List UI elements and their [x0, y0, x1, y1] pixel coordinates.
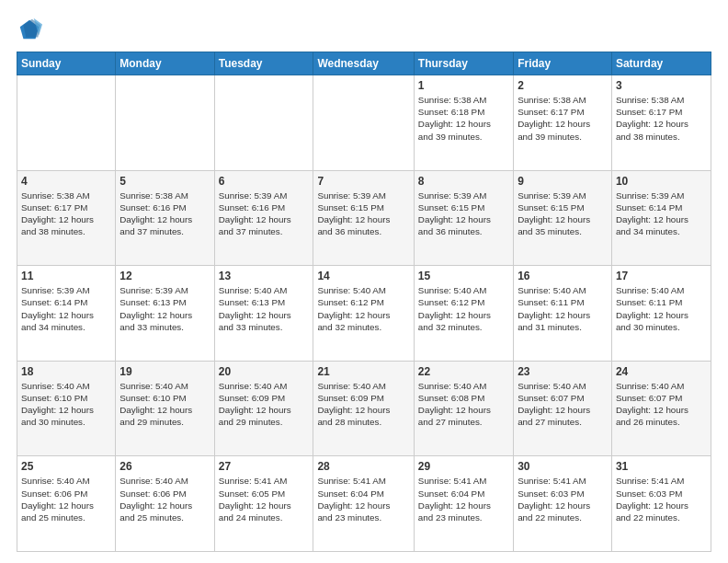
page: SundayMondayTuesdayWednesdayThursdayFrid… [0, 0, 728, 563]
logo-icon [17, 17, 42, 42]
weekday-header: Thursday [414, 52, 513, 75]
calendar-cell: 19Sunrise: 5:40 AM Sunset: 6:10 PM Dayli… [116, 361, 214, 456]
day-info: Sunrise: 5:40 AM Sunset: 6:12 PM Dayligh… [317, 284, 409, 333]
calendar-cell: 4Sunrise: 5:38 AM Sunset: 6:17 PM Daylig… [17, 170, 116, 266]
day-info: Sunrise: 5:39 AM Sunset: 6:15 PM Dayligh… [418, 190, 509, 238]
calendar-cell: 6Sunrise: 5:39 AM Sunset: 6:16 PM Daylig… [214, 170, 313, 266]
day-number: 2 [518, 79, 608, 92]
calendar-cell: 10Sunrise: 5:39 AM Sunset: 6:14 PM Dayli… [611, 170, 711, 266]
calendar-cell [313, 75, 414, 171]
day-number: 22 [418, 365, 509, 378]
day-number: 30 [518, 460, 608, 473]
calendar-cell: 2Sunrise: 5:38 AM Sunset: 6:17 PM Daylig… [514, 75, 612, 171]
weekday-header: Tuesday [214, 52, 313, 75]
calendar-cell: 23Sunrise: 5:40 AM Sunset: 6:07 PM Dayli… [514, 361, 612, 456]
day-info: Sunrise: 5:40 AM Sunset: 6:11 PM Dayligh… [518, 284, 608, 333]
day-number: 29 [418, 460, 509, 473]
day-number: 5 [119, 175, 210, 188]
weekday-header: Monday [116, 52, 214, 75]
day-info: Sunrise: 5:39 AM Sunset: 6:15 PM Dayligh… [518, 190, 608, 238]
weekday-header: Saturday [611, 52, 711, 75]
day-number: 27 [219, 460, 310, 473]
calendar-cell: 22Sunrise: 5:40 AM Sunset: 6:08 PM Dayli… [414, 361, 513, 456]
day-number: 16 [518, 270, 608, 282]
day-info: Sunrise: 5:41 AM Sunset: 6:05 PM Dayligh… [219, 475, 310, 523]
day-info: Sunrise: 5:40 AM Sunset: 6:08 PM Dayligh… [418, 380, 509, 429]
day-number: 18 [21, 365, 111, 378]
calendar-cell: 13Sunrise: 5:40 AM Sunset: 6:13 PM Dayli… [214, 266, 313, 362]
calendar-cell: 25Sunrise: 5:40 AM Sunset: 6:06 PM Dayli… [17, 456, 116, 552]
day-info: Sunrise: 5:39 AM Sunset: 6:14 PM Dayligh… [21, 284, 111, 333]
calendar-cell: 29Sunrise: 5:41 AM Sunset: 6:04 PM Dayli… [414, 456, 513, 552]
day-info: Sunrise: 5:39 AM Sunset: 6:13 PM Dayligh… [119, 284, 210, 333]
calendar-cell: 24Sunrise: 5:40 AM Sunset: 6:07 PM Dayli… [611, 361, 711, 456]
calendar-cell: 3Sunrise: 5:38 AM Sunset: 6:17 PM Daylig… [611, 75, 711, 171]
calendar-week-row: 4Sunrise: 5:38 AM Sunset: 6:17 PM Daylig… [17, 170, 711, 266]
day-info: Sunrise: 5:40 AM Sunset: 6:07 PM Dayligh… [616, 380, 707, 429]
calendar-cell: 12Sunrise: 5:39 AM Sunset: 6:13 PM Dayli… [116, 266, 214, 362]
calendar-week-row: 1Sunrise: 5:38 AM Sunset: 6:18 PM Daylig… [17, 75, 711, 171]
calendar-cell [214, 75, 313, 171]
day-info: Sunrise: 5:39 AM Sunset: 6:15 PM Dayligh… [317, 190, 409, 238]
day-number: 15 [418, 270, 509, 282]
day-number: 4 [21, 175, 111, 188]
logo [17, 17, 46, 42]
day-info: Sunrise: 5:41 AM Sunset: 6:03 PM Dayligh… [616, 475, 707, 523]
calendar-cell [17, 75, 116, 171]
day-number: 20 [219, 365, 310, 378]
calendar-cell: 20Sunrise: 5:40 AM Sunset: 6:09 PM Dayli… [214, 361, 313, 456]
day-info: Sunrise: 5:38 AM Sunset: 6:17 PM Dayligh… [21, 190, 111, 238]
calendar-cell: 27Sunrise: 5:41 AM Sunset: 6:05 PM Dayli… [214, 456, 313, 552]
day-number: 19 [119, 365, 210, 378]
day-number: 26 [119, 460, 210, 473]
day-number: 12 [119, 270, 210, 282]
calendar-cell: 15Sunrise: 5:40 AM Sunset: 6:12 PM Dayli… [414, 266, 513, 362]
calendar-cell: 14Sunrise: 5:40 AM Sunset: 6:12 PM Dayli… [313, 266, 414, 362]
day-number: 13 [219, 270, 310, 282]
day-number: 1 [418, 79, 509, 92]
day-info: Sunrise: 5:40 AM Sunset: 6:07 PM Dayligh… [518, 380, 608, 429]
calendar-week-row: 18Sunrise: 5:40 AM Sunset: 6:10 PM Dayli… [17, 361, 711, 456]
calendar-cell: 9Sunrise: 5:39 AM Sunset: 6:15 PM Daylig… [514, 170, 612, 266]
day-number: 23 [518, 365, 608, 378]
calendar-table: SundayMondayTuesdayWednesdayThursdayFrid… [17, 52, 711, 552]
weekday-header: Friday [514, 52, 612, 75]
day-info: Sunrise: 5:38 AM Sunset: 6:18 PM Dayligh… [418, 94, 509, 143]
day-info: Sunrise: 5:40 AM Sunset: 6:09 PM Dayligh… [219, 380, 310, 429]
day-info: Sunrise: 5:40 AM Sunset: 6:12 PM Dayligh… [418, 284, 509, 333]
weekday-header: Sunday [17, 52, 116, 75]
day-number: 6 [219, 175, 310, 188]
header [17, 17, 711, 42]
day-number: 8 [418, 175, 509, 188]
calendar-cell: 17Sunrise: 5:40 AM Sunset: 6:11 PM Dayli… [611, 266, 711, 362]
day-number: 21 [317, 365, 409, 378]
day-info: Sunrise: 5:40 AM Sunset: 6:10 PM Dayligh… [119, 380, 210, 429]
day-info: Sunrise: 5:41 AM Sunset: 6:04 PM Dayligh… [418, 475, 509, 523]
day-info: Sunrise: 5:39 AM Sunset: 6:16 PM Dayligh… [219, 190, 310, 238]
calendar-cell: 16Sunrise: 5:40 AM Sunset: 6:11 PM Dayli… [514, 266, 612, 362]
calendar-cell: 30Sunrise: 5:41 AM Sunset: 6:03 PM Dayli… [514, 456, 612, 552]
day-info: Sunrise: 5:41 AM Sunset: 6:04 PM Dayligh… [317, 475, 409, 523]
day-info: Sunrise: 5:41 AM Sunset: 6:03 PM Dayligh… [518, 475, 608, 523]
day-info: Sunrise: 5:40 AM Sunset: 6:06 PM Dayligh… [119, 475, 210, 523]
calendar-cell: 21Sunrise: 5:40 AM Sunset: 6:09 PM Dayli… [313, 361, 414, 456]
calendar-cell: 18Sunrise: 5:40 AM Sunset: 6:10 PM Dayli… [17, 361, 116, 456]
calendar-week-row: 25Sunrise: 5:40 AM Sunset: 6:06 PM Dayli… [17, 456, 711, 552]
calendar-cell: 1Sunrise: 5:38 AM Sunset: 6:18 PM Daylig… [414, 75, 513, 171]
calendar-cell: 26Sunrise: 5:40 AM Sunset: 6:06 PM Dayli… [116, 456, 214, 552]
day-info: Sunrise: 5:40 AM Sunset: 6:06 PM Dayligh… [21, 475, 111, 523]
calendar-cell [116, 75, 214, 171]
day-info: Sunrise: 5:38 AM Sunset: 6:16 PM Dayligh… [119, 190, 210, 238]
calendar-cell: 28Sunrise: 5:41 AM Sunset: 6:04 PM Dayli… [313, 456, 414, 552]
day-number: 31 [616, 460, 707, 473]
day-info: Sunrise: 5:40 AM Sunset: 6:11 PM Dayligh… [616, 284, 707, 333]
day-number: 17 [616, 270, 707, 282]
day-number: 10 [616, 175, 707, 188]
day-number: 9 [518, 175, 608, 188]
day-info: Sunrise: 5:38 AM Sunset: 6:17 PM Dayligh… [518, 94, 608, 143]
calendar-cell: 5Sunrise: 5:38 AM Sunset: 6:16 PM Daylig… [116, 170, 214, 266]
calendar-cell: 8Sunrise: 5:39 AM Sunset: 6:15 PM Daylig… [414, 170, 513, 266]
weekday-header: Wednesday [313, 52, 414, 75]
day-number: 14 [317, 270, 409, 282]
day-info: Sunrise: 5:40 AM Sunset: 6:10 PM Dayligh… [21, 380, 111, 429]
